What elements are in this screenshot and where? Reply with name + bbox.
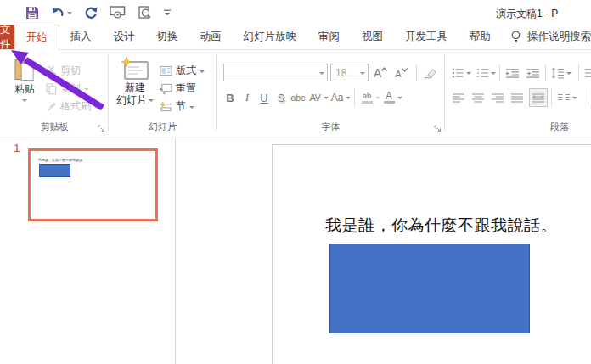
tab-view[interactable]: 视图 — [351, 25, 394, 49]
align-center-button[interactable] — [470, 88, 487, 107]
format-painter-button[interactable]: 格式刷 — [46, 99, 91, 114]
clipboard-dialog-launcher[interactable] — [98, 125, 105, 132]
numbering-button[interactable] — [475, 64, 491, 82]
increase-indent-button[interactable] — [524, 64, 542, 82]
highlight-label: ab — [363, 92, 372, 100]
font-size-dropdown-icon[interactable] — [360, 72, 365, 77]
tab-design[interactable]: 设计 — [103, 25, 146, 49]
change-case-dropdown-icon[interactable] — [346, 97, 351, 102]
slide-canvas[interactable]: 我是誰，你為什麼不跟我說話。 — [272, 144, 591, 364]
undo-button[interactable] — [51, 6, 72, 20]
line-spacing-icon — [551, 67, 565, 79]
font-size-combobox[interactable]: 18 — [330, 64, 369, 81]
distributed-button[interactable] — [529, 88, 548, 107]
columns-button[interactable] — [555, 88, 572, 107]
save-icon — [25, 6, 39, 20]
bullets-dropdown-icon[interactable] — [466, 72, 471, 77]
slide-thumbnail-panel[interactable]: 1 我是誰，你為什麼不跟我說話。 — [0, 138, 176, 364]
new-slide-label-line1: 新建 — [125, 81, 145, 93]
numbering-dropdown-icon[interactable] — [491, 72, 496, 77]
print-preview-button[interactable] — [138, 6, 151, 20]
bold-button[interactable]: B — [222, 88, 239, 107]
group-paragraph: 段落 — [445, 50, 591, 137]
slide-title-text[interactable]: 我是誰，你為什麼不跟我說話。 — [325, 215, 557, 237]
tab-home[interactable]: 开始 — [14, 25, 59, 50]
text-shadow-button[interactable]: S — [273, 88, 290, 107]
highlight-color-button[interactable]: ab — [358, 88, 375, 107]
tab-developer[interactable]: 开发工具 — [394, 25, 459, 49]
clear-formatting-button[interactable] — [423, 66, 437, 79]
change-case-button[interactable]: Aa — [329, 88, 346, 107]
paste-label: 粘贴 — [14, 83, 35, 95]
undo-dropdown-icon[interactable] — [67, 12, 72, 17]
save-button[interactable] — [25, 6, 39, 20]
cut-button[interactable]: 剪切 — [46, 64, 81, 78]
tab-insert[interactable]: 插入 — [59, 25, 103, 49]
font-color-bar — [384, 101, 395, 104]
lightbulb-icon — [510, 30, 521, 44]
font-dialog-launcher[interactable] — [434, 125, 442, 132]
increase-font-letter: A — [374, 66, 381, 80]
tab-animations[interactable]: 动画 — [189, 25, 233, 49]
new-slide-button[interactable]: 新建 幻灯片 — [115, 57, 155, 106]
start-slideshow-button[interactable] — [110, 6, 126, 19]
justify-icon — [510, 92, 524, 104]
columns-dropdown-icon[interactable] — [572, 97, 577, 102]
customize-qat-icon — [163, 8, 172, 17]
columns-icon — [557, 92, 571, 103]
new-slide-label-line2: 幻灯片 — [116, 94, 147, 106]
bullets-button[interactable] — [450, 64, 466, 82]
font-color-button[interactable]: A — [380, 88, 397, 107]
paste-icon — [14, 57, 35, 82]
start-slideshow-icon — [110, 6, 126, 19]
decrease-font-caret-icon — [402, 67, 408, 72]
align-right-button[interactable] — [489, 88, 506, 107]
paragraph-row1-divider2 — [545, 64, 546, 81]
tab-file[interactable]: 文件 — [0, 25, 14, 49]
slide-thumbnail[interactable]: 我是誰，你為什麼不跟我說話。 — [28, 148, 158, 221]
font-name-dropdown-icon[interactable] — [319, 72, 324, 77]
paragraph-row2-divider1 — [551, 89, 552, 106]
line-spacing-dropdown-icon[interactable] — [566, 72, 571, 77]
tab-slideshow[interactable]: 幻灯片放映 — [233, 25, 308, 49]
align-left-button[interactable] — [450, 88, 467, 107]
copy-dropdown-icon[interactable] — [84, 88, 89, 93]
new-slide-dropdown-icon[interactable] — [149, 99, 154, 104]
paste-button[interactable]: 粘贴 — [5, 57, 44, 104]
group-font: 18 A A B I U S abc AV Aa — [217, 50, 445, 137]
decrease-font-size-button[interactable]: A — [392, 66, 409, 79]
tell-me-search[interactable]: 操作说明搜索 — [502, 25, 591, 49]
strikethrough-button[interactable]: abc — [290, 88, 307, 107]
layout-dropdown-icon[interactable] — [200, 70, 205, 76]
character-spacing-button[interactable]: AV — [307, 88, 324, 107]
italic-button[interactable]: I — [239, 88, 256, 107]
section-label: 节 — [176, 99, 186, 114]
increase-font-size-button[interactable]: A — [371, 66, 390, 80]
print-preview-icon — [138, 6, 151, 20]
tab-help[interactable]: 帮助 — [459, 25, 502, 49]
reset-button[interactable]: 重置 — [160, 81, 196, 96]
slide-blue-rectangle[interactable] — [329, 244, 530, 333]
section-dropdown-icon[interactable] — [189, 106, 194, 111]
tab-review[interactable]: 审阅 — [307, 25, 351, 49]
layout-button[interactable]: 版式 — [160, 64, 205, 78]
customize-qat-button[interactable] — [163, 8, 172, 17]
section-button[interactable]: 节 — [160, 99, 194, 114]
tab-transitions[interactable]: 切换 — [146, 25, 189, 49]
underline-button[interactable]: U — [256, 88, 273, 107]
ribbon: 粘贴 剪切 复制 格式刷 剪贴板 新建 幻灯片 — [0, 49, 591, 137]
decrease-indent-button[interactable] — [504, 64, 521, 82]
line-spacing-button[interactable] — [549, 64, 566, 82]
justify-button[interactable] — [509, 88, 526, 107]
ribbon-tab-bar: 文件 开始 插入 设计 切换 动画 幻灯片放映 审阅 视图 开发工具 帮助 操作… — [0, 25, 591, 49]
font-color-dropdown-icon[interactable] — [397, 97, 402, 102]
paste-dropdown-icon[interactable] — [22, 99, 27, 104]
redo-button[interactable] — [84, 6, 98, 20]
copy-button[interactable]: 复制 — [46, 81, 89, 96]
align-left-icon — [452, 92, 465, 104]
font-name-combobox[interactable] — [223, 64, 328, 81]
slide-number: 1 — [14, 142, 20, 154]
group-slides: 新建 幻灯片 版式 重置 节 幻灯片 — [109, 50, 217, 137]
section-icon — [160, 101, 172, 112]
text-direction-button[interactable] — [583, 64, 591, 82]
